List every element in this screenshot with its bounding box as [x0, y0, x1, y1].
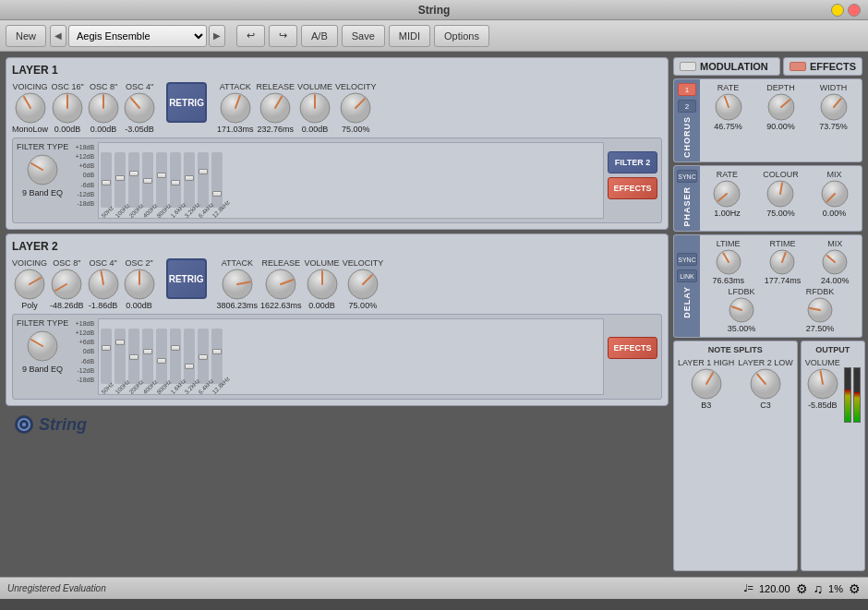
layer1-eq-db-12m: -12dB [72, 191, 96, 197]
output-volume-knob[interactable] [806, 367, 839, 401]
layer2-osc4-knob[interactable] [87, 268, 120, 301]
layer1-fader-50hz[interactable] [101, 152, 112, 208]
delay-link-button[interactable]: LINK [677, 269, 697, 282]
layer2-retrig-button[interactable]: RETRIG [166, 258, 207, 299]
layer1-fader-3k2hz[interactable] [184, 152, 195, 208]
phaser-colour-value: 75.00% [766, 209, 795, 218]
layer1-freq-100hz: 100Hz [114, 207, 126, 219]
modulation-indicator[interactable] [680, 62, 696, 71]
phaser-mix-knob[interactable] [820, 179, 850, 209]
layer2-release-knob[interactable] [264, 268, 297, 301]
preset-select[interactable]: Aegis Ensemble [68, 25, 207, 47]
redo-button[interactable]: ↪ [269, 25, 297, 47]
layer2-fader-50hz[interactable] [101, 329, 112, 384]
chorus-depth-label: DEPTH [766, 83, 795, 92]
status-text: Unregistered Evaluation [7, 583, 106, 593]
layer2-fader-12k8hz[interactable] [211, 329, 223, 384]
layer1-voicing-knob[interactable] [14, 91, 47, 125]
layer2-voicing-knob[interactable] [13, 268, 46, 301]
layer2-filter-type-knob[interactable] [26, 329, 59, 363]
layer2-volume-knob[interactable] [306, 268, 339, 301]
delay-rtime-knob[interactable] [768, 248, 796, 276]
layer1-eq-db-scale: +18dB +12dB +6dB 0dB -6dB -12dB -18dB [72, 142, 96, 209]
delay-lfdbk-knob[interactable] [728, 296, 755, 324]
layer1-osc16-knob[interactable] [51, 91, 84, 125]
output-title: OUTPUT [805, 345, 861, 354]
layer2-eq-db-0: 0dB [72, 348, 96, 354]
layer1-attack-knob[interactable] [219, 91, 252, 125]
layer1-filter-type-label: FILTER TYPE [17, 142, 68, 151]
layer1-filter2-button[interactable]: FILTER 2 [608, 151, 657, 173]
layer2-osc8-knob[interactable] [50, 268, 83, 301]
save-button[interactable]: Save [342, 25, 385, 47]
layer1-fader-100hz[interactable] [115, 152, 126, 208]
layer1-filter-type-group: FILTER TYPE 9 Band EQ [17, 142, 68, 197]
phaser-sync-button[interactable]: SYNC [677, 170, 697, 183]
layer1-fader-200hz[interactable] [128, 152, 139, 208]
layer1-release-knob[interactable] [259, 91, 292, 125]
ab-button[interactable]: A/B [301, 25, 338, 47]
string-logo-icon [13, 413, 35, 436]
layer1-fader-12k8hz[interactable] [211, 152, 223, 208]
layer2-eq-section: +18dB +12dB +6dB 0dB -6dB -12dB -18dB [72, 318, 604, 395]
layer1-fader-800hz[interactable] [156, 152, 167, 208]
phaser-rate-knob[interactable] [712, 179, 741, 209]
undo-button[interactable]: ↩ [236, 25, 265, 47]
layer1-osc4-knob[interactable] [123, 91, 156, 125]
layer1-eq-db-18m: -18dB [72, 200, 96, 207]
layer1-filter-type-knob[interactable] [26, 153, 59, 186]
layer1-osc16-group: OSC 16" 0.00dB [51, 82, 84, 134]
layer2-velocity-knob[interactable] [346, 268, 380, 301]
close-button[interactable] [848, 4, 861, 17]
chorus-btn2[interactable]: 2 [678, 100, 696, 113]
chorus-rate-knob[interactable] [714, 92, 743, 122]
note-splits-title: NOTE SPLITS [678, 345, 793, 354]
layer1-high-knob[interactable] [690, 367, 723, 401]
chorus-depth-knob[interactable] [766, 92, 796, 122]
phaser-colour-knob[interactable] [766, 179, 795, 209]
layer2-low-knob[interactable] [749, 367, 782, 401]
preset-next-button[interactable]: ▶ [209, 25, 225, 47]
minimize-button[interactable] [831, 4, 844, 17]
layer1-volume-knob[interactable] [298, 91, 332, 125]
layer1-eq-freq-labels: 50Hz 100Hz 200Hz 400Hz 800Hz 1.6kHz 3.2k… [101, 209, 601, 216]
preset-prev-button[interactable]: ◀ [50, 25, 66, 47]
layer2-fader-3k2hz[interactable] [184, 329, 195, 384]
effects-indicator[interactable] [790, 62, 806, 71]
title-bar: String [0, 0, 868, 20]
layer2-osc2-knob[interactable] [123, 268, 156, 301]
layer2-fader-800hz[interactable] [156, 329, 167, 384]
layer2-fader-100hz[interactable] [115, 329, 126, 384]
delay-rfdbk-group: RFDBK 27.50% [806, 287, 835, 333]
layer1-fader-1k6hz[interactable] [170, 152, 181, 208]
layer2-attack-knob[interactable] [221, 268, 254, 301]
delay-mix-knob[interactable] [821, 248, 849, 276]
layer2-fader-1k6hz[interactable] [170, 329, 181, 384]
phaser-colour-group: COLOUR 75.00% [763, 170, 799, 218]
chorus-width-knob[interactable] [819, 92, 849, 122]
layer2-fader-200hz[interactable] [128, 329, 139, 384]
layer1-side-buttons: FILTER 2 EFFECTS [608, 142, 657, 199]
delay-ltime-knob[interactable] [715, 248, 742, 276]
layer2-fader-400hz[interactable] [142, 329, 153, 384]
layer2-effects-button[interactable]: EFFECTS [608, 337, 657, 359]
phaser-sidebar: SYNC PHASER [674, 166, 700, 231]
layer1-effects-button[interactable]: EFFECTS [608, 177, 657, 199]
settings-icon[interactable]: ⚙ [849, 581, 861, 596]
layer2-eq-db-18m: -18dB [72, 377, 96, 383]
options-button[interactable]: Options [434, 25, 489, 47]
layer1-retrig-button[interactable]: RETRIG [166, 82, 207, 123]
layer1-freq-50hz: 50Hz [100, 207, 112, 219]
delay-rfdbk-knob[interactable] [806, 296, 834, 324]
layer1-fader-400hz[interactable] [142, 152, 153, 208]
layer2-fader-6k4hz[interactable] [198, 329, 209, 384]
layer1-velocity-knob[interactable] [339, 91, 372, 125]
new-button[interactable]: New [6, 25, 46, 47]
layer1-osc8-knob[interactable] [87, 91, 120, 125]
layer1-fader-6k4hz[interactable] [198, 152, 209, 208]
layer1-volume-group: VOLUME 0.00dB [297, 82, 332, 134]
output-content: VOLUME -5.85dB [805, 358, 861, 423]
delay-sync-button[interactable]: SYNC [677, 253, 697, 266]
midi-button[interactable]: MIDI [389, 25, 430, 47]
chorus-btn1[interactable]: 1 [678, 83, 696, 96]
